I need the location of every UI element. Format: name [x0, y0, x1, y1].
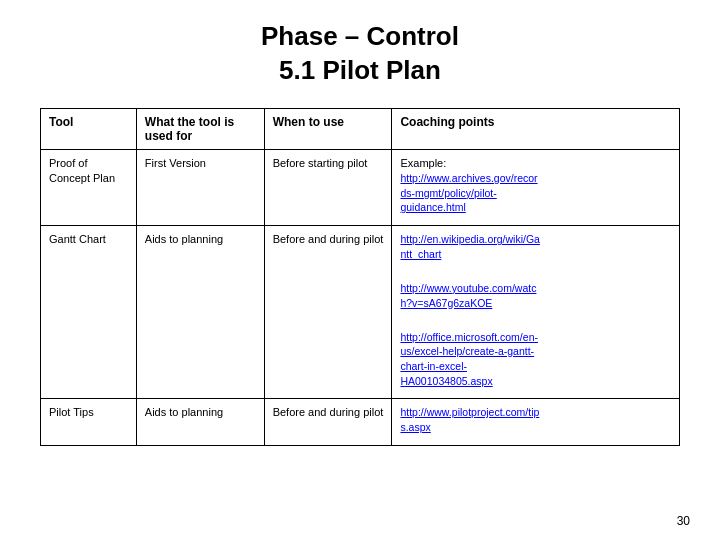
- table-row: Gantt Chart Aids to planning Before and …: [41, 226, 680, 399]
- row2-link-3[interactable]: http://office.microsoft.com/en-us/excel-…: [400, 330, 671, 389]
- row2-link-1[interactable]: http://en.wikipedia.org/wiki/Gantt_chart: [400, 232, 671, 261]
- row2-link-2[interactable]: http://www.youtube.com/watch?v=sA67g6zaK…: [400, 281, 671, 310]
- row2-what: Aids to planning: [136, 226, 264, 399]
- row1-link-1[interactable]: http://www.archives.gov/records-mgmt/pol…: [400, 171, 671, 215]
- row1-coaching: Example: http://www.archives.gov/records…: [392, 149, 680, 225]
- row1-tool: Proof of Concept Plan: [41, 149, 137, 225]
- row1-coaching-text: Example:: [400, 157, 446, 169]
- header-what: What the tool is used for: [136, 108, 264, 149]
- header-coaching: Coaching points: [392, 108, 680, 149]
- row3-tool: Pilot Tips: [41, 399, 137, 445]
- table-row: Proof of Concept Plan First Version Befo…: [41, 149, 680, 225]
- row3-link-1[interactable]: http://www.pilotproject.com/tips.aspx: [400, 405, 671, 434]
- row3-coaching: http://www.pilotproject.com/tips.aspx: [392, 399, 680, 445]
- row1-when: Before starting pilot: [264, 149, 392, 225]
- row3-what: Aids to planning: [136, 399, 264, 445]
- row3-when: Before and during pilot: [264, 399, 392, 445]
- row2-tool: Gantt Chart: [41, 226, 137, 399]
- pilot-plan-table: Tool What the tool is used for When to u…: [40, 108, 680, 446]
- page-title: Phase – Control 5.1 Pilot Plan: [261, 20, 459, 88]
- row2-when: Before and during pilot: [264, 226, 392, 399]
- header-tool: Tool: [41, 108, 137, 149]
- page-number: 30: [677, 514, 690, 528]
- row2-coaching: http://en.wikipedia.org/wiki/Gantt_chart…: [392, 226, 680, 399]
- row1-what: First Version: [136, 149, 264, 225]
- table-header-row: Tool What the tool is used for When to u…: [41, 108, 680, 149]
- main-page: Phase – Control 5.1 Pilot Plan Tool What…: [0, 0, 720, 540]
- header-when: When to use: [264, 108, 392, 149]
- table-row: Pilot Tips Aids to planning Before and d…: [41, 399, 680, 445]
- table-container: Tool What the tool is used for When to u…: [40, 108, 680, 446]
